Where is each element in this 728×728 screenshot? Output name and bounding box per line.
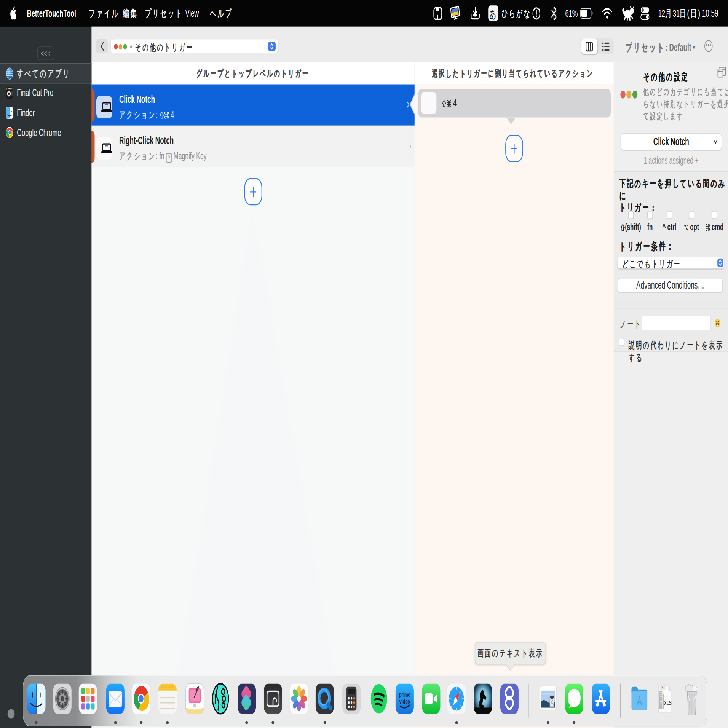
svg-text:XLS: XLS: [664, 700, 672, 707]
svg-text:prime: prime: [399, 691, 410, 698]
svg-text:video: video: [399, 698, 410, 705]
